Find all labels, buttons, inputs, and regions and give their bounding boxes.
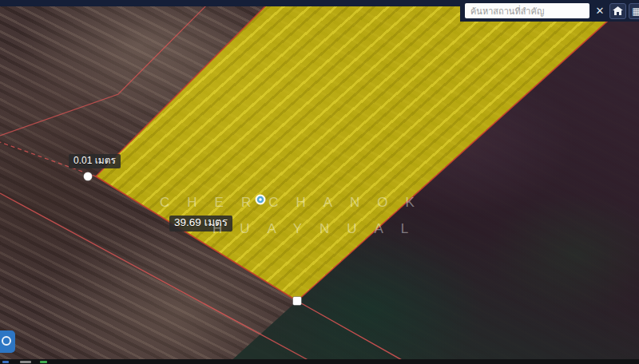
boundary-line-upper-left: [0, 0, 212, 136]
boundary-line-lower-left: [0, 193, 316, 364]
vector-overlay: [0, 0, 639, 364]
watermark-line-2: HUAYNUAL: [212, 221, 426, 237]
measurement-label-small: 0.01 เมตร: [69, 154, 121, 168]
boundary-line-lower-right: [297, 301, 409, 364]
close-icon: ✕: [596, 5, 605, 17]
map-control-button[interactable]: [0, 330, 15, 353]
grid-button[interactable]: ▦: [629, 3, 639, 19]
home-button[interactable]: [609, 3, 626, 19]
home-icon: [613, 6, 623, 16]
taskbar-icon-green[interactable]: [40, 361, 47, 363]
grid-icon: ▦: [632, 6, 639, 17]
location-ring-icon: [2, 336, 11, 346]
taskbar-icon-grey[interactable]: [20, 361, 31, 363]
search-panel: ✕ ▦: [460, 0, 639, 22]
parcel-outline[interactable]: [96, 0, 631, 301]
map-application-window: 0.01 เมตร 39.69 เมตร CHERCHANOK HUAYNUAL…: [0, 0, 639, 364]
watermark-line-1: CHERCHANOK: [160, 195, 432, 211]
search-input[interactable]: [465, 3, 589, 18]
taskbar-icon-blue[interactable]: [2, 361, 9, 363]
taskbar[interactable]: [0, 359, 639, 364]
clear-search-button[interactable]: ✕: [592, 3, 608, 18]
vertex-handle-bottom[interactable]: [293, 297, 302, 306]
vertex-handle-left[interactable]: [84, 172, 93, 181]
